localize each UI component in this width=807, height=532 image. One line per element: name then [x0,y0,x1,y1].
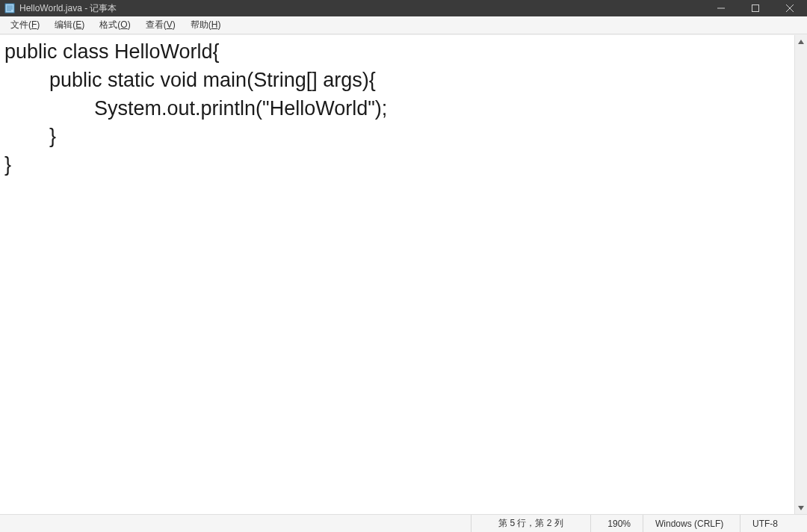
status-encoding: UTF-8 [740,515,807,532]
svg-rect-0 [5,4,14,13]
menu-view[interactable]: 查看(V) [138,17,183,33]
notepad-icon [4,3,15,13]
menu-help[interactable]: 帮助(H) [183,17,229,33]
editor-area: public class HelloWorld{ public static v… [0,34,807,514]
menu-format[interactable]: 格式(O) [92,17,137,33]
window-title: HelloWorld.java - 记事本 [19,2,117,15]
close-button[interactable] [773,0,807,16]
statusbar: 第 5 行，第 2 列 190% Windows (CRLF) UTF-8 [0,514,807,532]
minimize-button[interactable] [704,0,738,16]
svg-rect-6 [752,5,759,12]
scroll-track[interactable] [795,48,807,501]
menu-edit[interactable]: 编辑(E) [47,17,92,33]
maximize-button[interactable] [738,0,773,16]
menu-file[interactable]: 文件(F) [3,17,47,33]
status-line-ending: Windows (CRLF) [643,515,740,532]
status-cursor-position: 第 5 行，第 2 列 [471,515,590,532]
vertical-scrollbar[interactable] [794,35,807,514]
titlebar: HelloWorld.java - 记事本 [0,0,807,16]
svg-marker-9 [798,40,804,44]
window-controls [704,0,807,16]
scroll-up-arrow-icon[interactable] [795,35,807,48]
status-zoom-level: 190% [590,515,643,532]
text-editor[interactable]: public class HelloWorld{ public static v… [0,35,794,514]
scroll-down-arrow-icon[interactable] [795,501,807,514]
menubar: 文件(F) 编辑(E) 格式(O) 查看(V) 帮助(H) [0,16,807,34]
svg-marker-10 [798,506,804,510]
